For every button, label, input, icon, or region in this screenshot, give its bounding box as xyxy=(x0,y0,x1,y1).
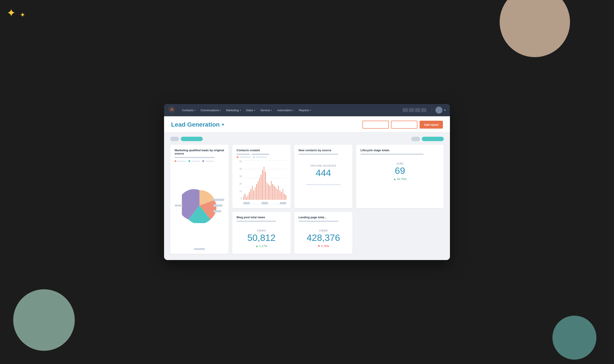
avatar[interactable] xyxy=(435,107,442,114)
nav-items: Contacts ▾ Conversations ▾ Marketing ▾ S… xyxy=(180,107,401,113)
lp-value: 428,376 xyxy=(299,233,348,243)
bar-26 xyxy=(281,192,282,200)
nav-sales-chevron: ▾ xyxy=(254,109,255,111)
star-small-icon: ✦ xyxy=(20,11,25,19)
pie-side-labels xyxy=(213,199,224,212)
dashboard-header: Lead Generation ▾ Add report xyxy=(164,116,450,132)
bar-4 xyxy=(249,192,250,200)
bar-27 xyxy=(283,189,283,200)
filter-pill-4[interactable] xyxy=(422,137,444,141)
chart-bars xyxy=(243,160,286,200)
blog-views-card: Blog post total views VIEWS 50,812 ▲ 1.1… xyxy=(232,212,291,254)
pie-legend-1 xyxy=(175,160,186,162)
header-actions: Add report xyxy=(362,121,443,129)
nav-reports-chevron: ▾ xyxy=(310,109,311,111)
bar-15 xyxy=(265,171,266,200)
bv-change: ▲ 1.17% xyxy=(237,245,286,248)
pie-legend-label-2 xyxy=(191,161,200,162)
x-label-2 xyxy=(262,202,268,204)
nav-item-marketing[interactable]: Marketing ▾ xyxy=(224,107,243,113)
landing-title: Landing page total... xyxy=(299,216,348,219)
pie-dot-3 xyxy=(202,160,204,162)
filter-button-1[interactable] xyxy=(362,121,389,129)
add-report-button[interactable]: Add report xyxy=(420,121,443,129)
bar-12 xyxy=(261,175,262,200)
pie-legend xyxy=(175,160,224,162)
nav-grid-icon-2[interactable] xyxy=(409,108,414,112)
bv-change-value: 1.17% xyxy=(259,245,267,248)
browser-window: Contacts ▾ Conversations ▾ Marketing ▾ S… xyxy=(164,104,450,260)
pie-legend-label-1 xyxy=(177,161,186,162)
contacts-chart-area: 50 40 30 20 10 0 xyxy=(237,160,286,204)
ls-category: LEAD xyxy=(360,162,439,165)
nav-automation-chevron: ▾ xyxy=(293,109,294,111)
hubspot-logo[interactable] xyxy=(168,106,175,114)
nav-avatar-chevron[interactable]: ▾ xyxy=(444,109,446,112)
pie-label-left xyxy=(175,205,183,206)
bar-23 xyxy=(277,189,278,200)
contacts-created-card: Contacts created xyxy=(232,145,291,208)
nav-item-contacts[interactable]: Contacts ▾ xyxy=(180,107,198,113)
filter-button-2[interactable] xyxy=(391,121,417,129)
y-label-30: 30 xyxy=(237,175,242,178)
nav-grid-icons xyxy=(403,108,427,112)
pie-side-label-2 xyxy=(213,204,223,207)
new-contacts-title: New contacts by source xyxy=(299,149,348,152)
filter-bar xyxy=(170,137,444,141)
bar-8 xyxy=(255,187,256,200)
y-label-40: 40 xyxy=(237,168,242,170)
pie-dot-1 xyxy=(175,160,176,162)
ncs-stat-area: OFFLINE SOURCES 444 xyxy=(299,160,348,180)
cc-bar-1 xyxy=(237,154,250,155)
y-label-0: 0 xyxy=(237,197,242,200)
bv-arrow-icon: ▲ xyxy=(255,245,258,248)
bv-value: 50,812 xyxy=(237,233,286,243)
contacts-created-title: Contacts created xyxy=(237,149,286,152)
bar-6 xyxy=(252,186,253,200)
nav-conversations-chevron: ▾ xyxy=(220,109,221,111)
bar-14 xyxy=(264,167,265,200)
nav-service-label: Service xyxy=(260,109,270,112)
ls-change-value: 43.75% xyxy=(397,177,407,181)
nav-grid-icon-4[interactable] xyxy=(421,108,427,112)
x-label-3 xyxy=(280,202,286,204)
bar-25 xyxy=(280,190,280,200)
lp-subtitle-bar xyxy=(299,221,338,222)
bg-circle-green xyxy=(13,289,75,351)
bar-9 xyxy=(256,184,257,200)
legend-item-1 xyxy=(237,156,251,158)
bar-17 xyxy=(268,184,269,200)
ncs-category: OFFLINE SOURCES xyxy=(299,164,348,167)
bar-13 xyxy=(262,170,263,200)
title-chevron-icon[interactable]: ▾ xyxy=(222,122,224,127)
pie-chart-area xyxy=(175,165,224,246)
bg-circle-peach xyxy=(500,0,570,57)
bg-circle-teal xyxy=(552,316,596,360)
ls-value: 69 xyxy=(360,166,439,176)
lifecycle-stage-card: Lifecycle stage totals LEAD 69 ▲ 43.75% xyxy=(356,145,444,208)
bar-16 xyxy=(267,182,267,200)
filter-pill-1[interactable] xyxy=(170,137,179,141)
nav-grid-icon-3[interactable] xyxy=(415,108,420,112)
nav-item-automation[interactable]: Automation ▾ xyxy=(275,107,296,113)
nav-contacts-chevron: ▾ xyxy=(194,109,195,111)
lifecycle-title: Lifecycle stage totals xyxy=(360,149,439,152)
bar-3 xyxy=(248,195,249,200)
blog-title: Blog post total views xyxy=(237,216,286,219)
y-label-20: 20 xyxy=(237,183,242,185)
nav-item-service[interactable]: Service ▾ xyxy=(258,107,274,113)
nav-item-sales[interactable]: Sales ▾ xyxy=(244,107,257,113)
navbar: Contacts ▾ Conversations ▾ Marketing ▾ S… xyxy=(164,104,450,116)
legend-dot-1 xyxy=(237,156,238,158)
filter-right xyxy=(411,137,444,141)
nav-item-reports[interactable]: Reports ▾ xyxy=(297,107,313,113)
filter-pill-2[interactable] xyxy=(181,137,203,141)
nav-grid-icon-1[interactable] xyxy=(403,108,408,112)
nav-reports-label: Reports xyxy=(299,109,309,112)
nav-contacts-label: Contacts xyxy=(182,109,193,112)
filter-pill-3[interactable] xyxy=(411,137,420,141)
dashboard-content: Contacts created xyxy=(164,132,450,260)
nav-item-conversations[interactable]: Conversations ▾ xyxy=(198,107,223,113)
pie-side-label-1 xyxy=(213,199,224,201)
lp-category: VIEWS xyxy=(299,229,348,232)
